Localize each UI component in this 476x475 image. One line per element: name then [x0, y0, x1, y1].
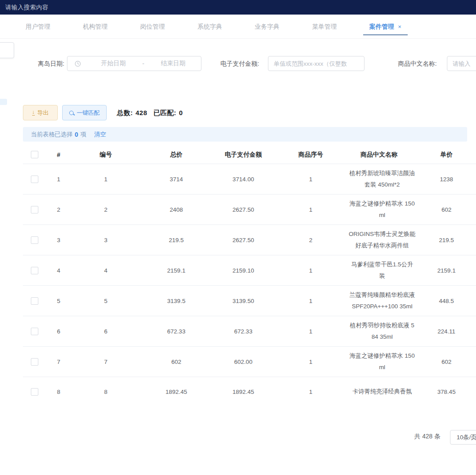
- row-checkbox[interactable]: [31, 267, 38, 274]
- cell-index: 5: [46, 294, 71, 308]
- close-icon[interactable]: ×: [398, 23, 402, 30]
- cell-total: 672.33: [141, 325, 212, 338]
- search-icon: [69, 111, 74, 115]
- date-separator: -: [141, 60, 145, 67]
- pagination-total: 共 428 条: [414, 433, 440, 441]
- download-icon: ↓: [32, 110, 35, 116]
- table-row: 5 5 3139.5 3139.50 1 兰蔻菁纯臻颜精华粉底液SPF20PA+…: [23, 286, 476, 316]
- cell-total: 2159.1: [141, 264, 212, 277]
- col-header-code: 编号: [71, 147, 141, 162]
- cell-unit-price: 378.45: [411, 385, 476, 399]
- epay-amount-input[interactable]: [268, 56, 364, 71]
- clock-icon: [74, 60, 81, 67]
- col-header-name: 商品中文名称: [347, 147, 411, 162]
- cell-code: 8: [71, 385, 141, 399]
- date-filter-label: 离岛日期:: [38, 56, 64, 71]
- table-row: 7 7 602 602.00 1 海蓝之谜修护精萃水 150ml 602: [23, 347, 476, 377]
- cell-index: 3: [46, 233, 71, 247]
- cell-item-no: 1: [275, 264, 347, 277]
- cell-epay: 602.00: [212, 355, 275, 369]
- tab-business-dict[interactable]: 业务字典: [249, 21, 286, 35]
- cell-item-no: 1: [275, 385, 347, 399]
- row-checkbox[interactable]: [31, 206, 38, 213]
- end-date-placeholder: 结束日期: [145, 60, 201, 67]
- tab-org-management[interactable]: 机构管理: [77, 21, 114, 35]
- matched-value: 0: [179, 109, 183, 116]
- cell-name: 卡诗菁纯亮泽经典香氛: [349, 386, 416, 397]
- cell-code: 4: [71, 264, 141, 277]
- tab-case-management[interactable]: 案件管理×: [363, 21, 408, 35]
- selection-info-bar: 当前表格已选择 0 项 清空: [23, 127, 467, 142]
- cell-unit-price: 602: [411, 355, 476, 369]
- cell-unit-price: 448.5: [411, 294, 476, 308]
- table-row: 8 8 1892.45 1892.45 1 卡诗菁纯亮泽经典香氛 378.45: [23, 377, 476, 399]
- product-name-input[interactable]: [447, 56, 476, 71]
- tab-case-management-label: 案件管理: [369, 23, 394, 30]
- cell-name: 马爹利蓝带干邑1.5公升装: [349, 259, 416, 282]
- cell-name: 兰蔻菁纯臻颜精华粉底液SPF20PA+++100 35ml: [349, 289, 416, 312]
- cell-name: 海蓝之谜修护精萃水 150ml: [349, 198, 416, 221]
- cell-item-no: 2: [275, 233, 347, 247]
- cell-epay: 3139.50: [212, 294, 275, 308]
- cell-total: 219.5: [141, 233, 212, 247]
- cell-item-no: 1: [275, 294, 347, 308]
- date-range-picker[interactable]: 开始日期 - 结束日期: [67, 56, 201, 71]
- cell-item-no: 1: [275, 203, 347, 217]
- cell-name: 植村秀新琥珀臻萃洁颜油套装 450ml*2: [349, 168, 416, 191]
- select-all-checkbox[interactable]: [31, 151, 38, 158]
- col-header-total: 总价: [141, 147, 212, 162]
- cell-item-no: 1: [275, 355, 347, 369]
- table-row: 6 6 672.33 672.33 1 植村秀羽纱持妆粉底液 584 35ml …: [23, 316, 476, 347]
- cell-index: 2: [46, 203, 71, 217]
- export-button[interactable]: ↓ 导出: [23, 105, 58, 120]
- cell-epay: 3714.00: [212, 172, 275, 186]
- row-checkbox[interactable]: [31, 236, 38, 244]
- clear-selection-link[interactable]: 清空: [94, 131, 106, 138]
- cell-index: 4: [46, 264, 71, 277]
- tab-system-dict[interactable]: 系统字典: [191, 21, 228, 35]
- tab-user-management[interactable]: 用户管理: [19, 21, 56, 35]
- page-size-select[interactable]: 10条/页: [450, 430, 476, 445]
- cell-total: 602: [141, 355, 212, 369]
- matched-label: 已匹配:: [153, 109, 176, 116]
- cell-unit-price: 602: [411, 203, 476, 217]
- epay-amount-label: 电子支付金额:: [220, 56, 259, 71]
- cell-epay: 2159.10: [212, 264, 275, 277]
- total-label: 总数:: [117, 109, 133, 116]
- total-value: 428: [136, 109, 148, 116]
- row-checkbox[interactable]: [31, 176, 38, 183]
- tab-post-management[interactable]: 岗位管理: [134, 21, 171, 35]
- row-checkbox[interactable]: [31, 328, 38, 335]
- cell-code: 6: [71, 325, 141, 338]
- cell-code: 5: [71, 294, 141, 308]
- row-checkbox[interactable]: [31, 388, 38, 396]
- tab-menu-management[interactable]: 菜单管理: [306, 21, 343, 35]
- selection-count: 0: [75, 131, 78, 138]
- table-header-row: # 编号 总价 电子支付金额 商品序号 商品中文名称 单价: [23, 146, 476, 164]
- cell-total: 1892.45: [141, 385, 212, 399]
- cell-unit-price: 224.11: [411, 325, 476, 338]
- start-date-placeholder: 开始日期: [86, 60, 141, 67]
- export-button-label: 导出: [37, 109, 49, 117]
- clipped-panel-fragment: [0, 42, 14, 58]
- global-search-input[interactable]: 请输入搜索内容: [5, 4, 48, 11]
- product-name-label: 商品中文名称:: [398, 56, 437, 71]
- cell-index: 8: [46, 385, 71, 399]
- one-click-match-button[interactable]: 一键匹配: [62, 105, 107, 120]
- cell-item-no: 1: [275, 325, 347, 338]
- selection-prefix: 当前表格已选择: [31, 131, 73, 138]
- cell-index: 1: [46, 172, 71, 186]
- match-button-label: 一键匹配: [77, 109, 100, 117]
- row-checkbox[interactable]: [31, 358, 38, 366]
- cell-index: 6: [46, 325, 71, 338]
- cell-unit-price: 2159.1: [411, 264, 476, 277]
- totals-summary: 总数:428已匹配:0: [117, 105, 189, 120]
- row-checkbox[interactable]: [31, 297, 38, 305]
- cell-code: 1: [71, 172, 141, 186]
- tab-bar: 用户管理 机构管理 岗位管理 系统字典 业务字典 菜单管理 案件管理×: [0, 15, 476, 39]
- cell-epay: 672.33: [212, 325, 275, 338]
- cell-index: 7: [46, 355, 71, 369]
- cell-item-no: 1: [275, 172, 347, 186]
- table-row: 1 1 3714 3714.00 1 植村秀新琥珀臻萃洁颜油套装 450ml*2…: [23, 164, 476, 194]
- cell-name: 植村秀羽纱持妆粉底液 584 35ml: [349, 320, 416, 343]
